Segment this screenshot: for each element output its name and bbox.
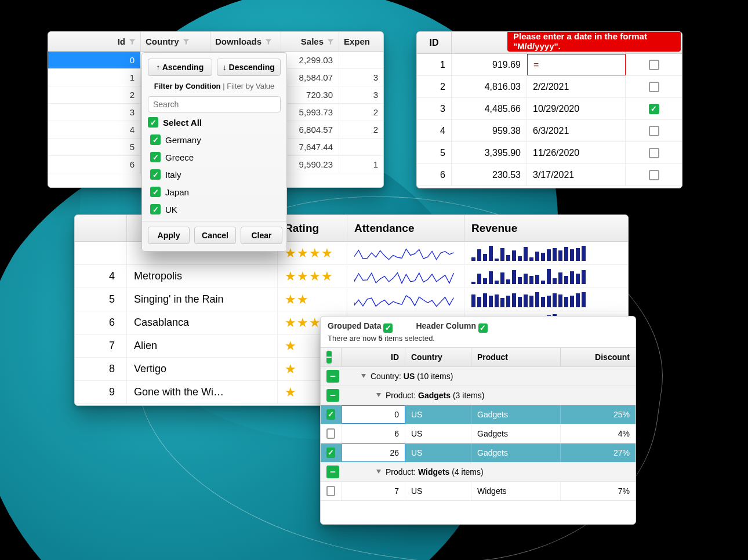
date-cell[interactable]: 10/29/2020 bbox=[527, 98, 626, 119]
collapse-all-icon[interactable] bbox=[326, 351, 332, 363]
table-row[interactable]: 4959.386/3/2021 bbox=[417, 120, 682, 142]
group-header[interactable]: Country: US (10 items) bbox=[321, 367, 636, 386]
table-row[interactable]: 6230.533/17/2021 bbox=[417, 164, 682, 186]
rating-stars-icon: ★★★ bbox=[285, 315, 321, 330]
chevron-down-icon bbox=[361, 374, 366, 378]
filter-icon bbox=[327, 38, 334, 45]
grouped-data-label: Grouped Data bbox=[328, 321, 382, 330]
col-revenue[interactable]: Revenue bbox=[464, 215, 629, 241]
sparkline-icon bbox=[354, 268, 457, 285]
filter-icon bbox=[129, 38, 136, 45]
checkbox-icon[interactable] bbox=[649, 148, 659, 158]
table-row[interactable]: 34,485.6610/29/2020 bbox=[417, 98, 682, 120]
col-product[interactable]: Product bbox=[471, 348, 561, 366]
cancel-button[interactable]: Cancel bbox=[194, 227, 236, 244]
date-cell[interactable]: = bbox=[527, 54, 626, 75]
group-header[interactable]: Product: Gadgets (3 items) bbox=[321, 386, 636, 405]
table-row[interactable]: 26USGadgets27% bbox=[321, 443, 636, 463]
rating-stars-icon: ★★★★ bbox=[285, 246, 333, 261]
checkbox-icon[interactable] bbox=[649, 82, 659, 92]
filter-value-row[interactable]: Greece bbox=[148, 148, 279, 166]
checkbox-icon[interactable] bbox=[649, 170, 659, 180]
sparkline-icon bbox=[354, 245, 457, 262]
apply-button[interactable]: Apply bbox=[148, 227, 190, 244]
col-id[interactable]: ID bbox=[342, 348, 405, 366]
table-row[interactable]: 0USGadgets25% bbox=[321, 405, 636, 424]
tab-filter-value[interactable]: Filter by Value bbox=[227, 82, 274, 90]
filter-values-list[interactable]: GermanyGreeceItalyJapanUK bbox=[148, 131, 285, 218]
table-row[interactable]: 7USWidgets7% bbox=[321, 482, 636, 501]
checkbox-on-icon bbox=[150, 204, 161, 214]
sparkbar-icon bbox=[471, 269, 622, 284]
chevron-down-icon bbox=[376, 470, 381, 474]
sparkline-icon bbox=[354, 291, 457, 308]
table-row[interactable]: 1919.69= bbox=[417, 54, 682, 76]
tab-filter-condition[interactable]: Filter by Condition bbox=[154, 82, 221, 90]
filter-search-input[interactable] bbox=[148, 96, 281, 112]
col-sales[interactable]: Sales bbox=[281, 32, 339, 51]
collapse-icon[interactable] bbox=[326, 389, 339, 402]
table-row[interactable]: 53,395.9011/26/2020 bbox=[417, 142, 682, 164]
filter-value-row[interactable]: Italy bbox=[148, 166, 279, 183]
col-id[interactable]: ID bbox=[417, 32, 452, 53]
checkbox-icon[interactable] bbox=[649, 60, 659, 70]
date-cell[interactable]: 6/3/2021 bbox=[527, 120, 626, 141]
validation-tooltip: Please enter a date in the format "M/d/y… bbox=[507, 31, 681, 52]
date-cell[interactable]: 2/2/2021 bbox=[527, 76, 626, 97]
checkbox-on-icon bbox=[150, 134, 161, 145]
clear-button[interactable]: Clear bbox=[241, 227, 282, 244]
sort-asc-button[interactable]: ↑ Ascending bbox=[148, 59, 212, 76]
collapse-icon[interactable] bbox=[326, 466, 339, 478]
col-discount[interactable]: Discount bbox=[561, 348, 636, 366]
collapse-icon[interactable] bbox=[326, 370, 339, 383]
col-expenses[interactable]: Expen bbox=[339, 32, 384, 51]
filter-value-row[interactable]: Germany bbox=[148, 131, 279, 148]
checkbox-on-icon[interactable] bbox=[326, 448, 335, 458]
checkbox-on-icon bbox=[148, 117, 158, 128]
filter-icon bbox=[183, 38, 190, 45]
filter-popover[interactable]: ↑ Ascending ↓ Descending Filter by Condi… bbox=[141, 52, 287, 252]
date-cell[interactable]: 3/17/2021 bbox=[527, 164, 626, 186]
checkbox-on-icon[interactable] bbox=[326, 409, 335, 420]
col-id[interactable]: Id bbox=[48, 32, 141, 51]
checkbox-on-icon[interactable] bbox=[649, 104, 659, 114]
col-downloads[interactable]: Downloads bbox=[210, 32, 281, 51]
checkbox-on-icon bbox=[150, 152, 161, 162]
table-row[interactable]: 24,816.032/2/2021 bbox=[417, 76, 682, 98]
chevron-down-icon bbox=[376, 393, 381, 397]
sort-desc-button[interactable]: ↓ Descending bbox=[217, 59, 281, 76]
checkbox-on-icon bbox=[150, 187, 161, 197]
group-header[interactable]: Product: Widgets (4 items) bbox=[321, 463, 636, 482]
filter-icon bbox=[265, 38, 272, 45]
selection-status: There are now 5 items selected. bbox=[321, 334, 636, 347]
rating-stars-icon: ★★ bbox=[285, 292, 309, 307]
table-row[interactable]: 4Metropolis★★★★ bbox=[75, 265, 628, 288]
table-row[interactable]: 6USGadgets4% bbox=[321, 424, 636, 443]
table-row[interactable]: 5Singing' in the Rain★★ bbox=[75, 288, 628, 311]
rating-stars-icon: ★ bbox=[285, 362, 297, 377]
sparkbar-icon bbox=[471, 292, 622, 307]
sparkbar-icon bbox=[471, 246, 622, 261]
col-country[interactable]: Country bbox=[141, 32, 210, 51]
grouped-grid[interactable]: Grouped Data Header Column There are now… bbox=[320, 316, 636, 525]
col-rating[interactable]: Rating bbox=[278, 215, 347, 241]
filter-value-row[interactable]: Japan bbox=[148, 183, 279, 201]
date-cell[interactable]: 11/26/2020 bbox=[527, 142, 626, 163]
checkbox-on-icon[interactable] bbox=[478, 323, 488, 333]
filter-value-row[interactable]: UK bbox=[148, 201, 279, 218]
checkbox-on-icon bbox=[150, 169, 161, 180]
select-all-row[interactable]: Select All bbox=[142, 115, 286, 131]
checkbox-icon[interactable] bbox=[649, 126, 659, 136]
col-attendance[interactable]: Attendance bbox=[347, 215, 464, 241]
checkbox-icon[interactable] bbox=[326, 428, 335, 439]
col-country[interactable]: Country bbox=[405, 348, 471, 366]
filter-tabs[interactable]: Filter by Condition | Filter by Value bbox=[142, 79, 286, 94]
validation-grid[interactable]: Please enter a date in the format "M/d/y… bbox=[416, 31, 682, 188]
rating-stars-icon: ★ bbox=[285, 385, 297, 400]
rating-stars-icon: ★ bbox=[285, 339, 297, 354]
header-column-label: Header Column bbox=[416, 321, 475, 330]
checkbox-icon[interactable] bbox=[326, 486, 335, 496]
checkbox-on-icon[interactable] bbox=[383, 323, 393, 333]
rating-stars-icon: ★★★★ bbox=[285, 269, 333, 284]
